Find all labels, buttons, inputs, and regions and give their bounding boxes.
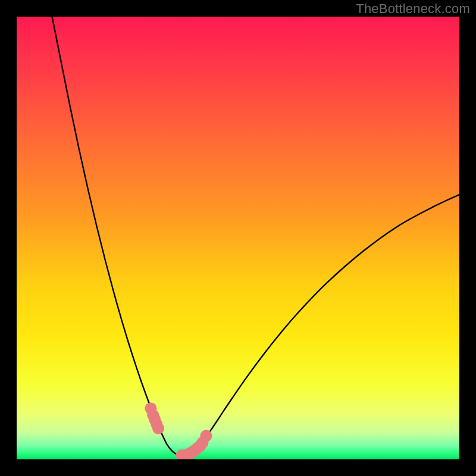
outer-frame: TheBottleneck.com <box>0 0 476 476</box>
watermark-text: TheBottleneck.com <box>356 1 470 17</box>
svg-rect-0 <box>17 17 459 459</box>
plot-area <box>17 17 459 459</box>
background-gradient <box>17 17 459 459</box>
